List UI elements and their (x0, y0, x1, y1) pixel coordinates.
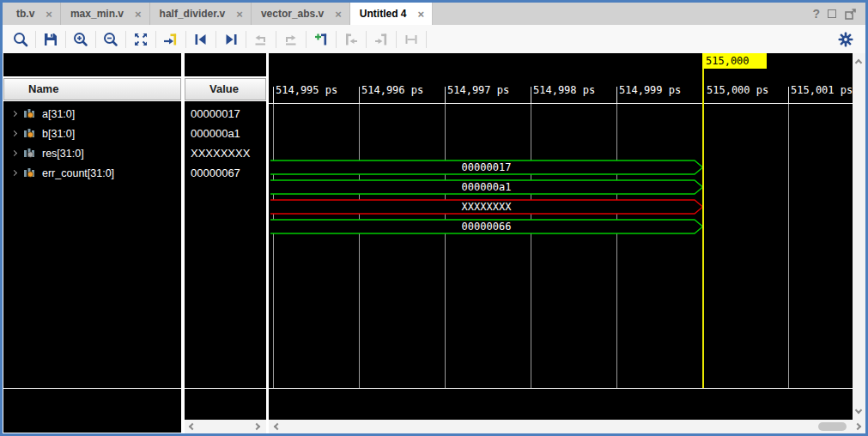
name-column-header[interactable]: Name (3, 78, 181, 100)
expand-chevron-icon[interactable] (11, 170, 17, 176)
bus-value-label: 000000a1 (270, 181, 702, 193)
signal-list-end-line (3, 388, 181, 389)
add-marker-button[interactable] (308, 28, 334, 51)
signal-name: b[31:0] (42, 128, 75, 140)
signal-name: a[31:0] (42, 108, 75, 120)
save-waveform-button[interactable] (38, 28, 64, 51)
bus-value-label: 00000066 (270, 221, 702, 233)
name-column-top-strip (3, 53, 181, 76)
tab-bar: tb.v × max_min.v × half_divider.v × vect… (3, 3, 865, 25)
name-header-label: Name (28, 82, 58, 95)
waveform-end-line (269, 388, 853, 389)
toolbar-separator (215, 31, 216, 48)
value-row[interactable]: XXXXXXXX (185, 143, 266, 163)
ruler-tick (273, 87, 274, 103)
waveform-toolbar (3, 25, 865, 53)
previous-transition-button[interactable] (188, 28, 214, 51)
signal-row-err-count[interactable]: err_count[31:0] (3, 163, 181, 183)
value-list-end-line (185, 388, 266, 389)
close-icon[interactable]: × (135, 9, 142, 20)
signal-name: res[31:0] (42, 148, 84, 160)
go-to-time-cursor-button[interactable] (158, 28, 184, 51)
zoom-fit-button[interactable] (128, 28, 154, 51)
time-cursor-label[interactable]: 515,000 ps (702, 53, 767, 69)
next-marker-button-disabled (368, 28, 394, 51)
ruler-tick (616, 87, 617, 103)
bus-signal-icon (23, 128, 37, 139)
signal-value: XXXXXXXX (191, 143, 250, 163)
toolbar-separator (125, 31, 126, 48)
expand-chevron-icon[interactable] (11, 130, 17, 136)
ruler-baseline (269, 103, 853, 104)
scroll-right-icon[interactable] (854, 423, 861, 430)
ruler-tick-label: 514,996 ps (361, 84, 423, 96)
ruler-tick (788, 87, 789, 103)
gridline (788, 104, 789, 388)
zoom-in-button[interactable] (68, 28, 94, 51)
gridline (616, 104, 617, 388)
value-row[interactable]: 00000067 (185, 163, 266, 183)
bus-signal-icon-undefined (23, 148, 37, 159)
ruler-tick-label: 514,998 ps (533, 84, 595, 96)
maximize-icon[interactable] (828, 9, 836, 18)
ruler-tick-label: 514,997 ps (447, 84, 509, 96)
toolbar-separator (426, 31, 427, 48)
toolbar-separator (185, 31, 186, 48)
scrollbar-corner[interactable] (853, 420, 865, 433)
waveform-vscrollbar[interactable] (853, 53, 865, 420)
value-column-hscrollbar[interactable] (185, 420, 266, 433)
tab-vector-abs-v[interactable]: vector_abs.v × (252, 3, 350, 25)
signal-name: err_count[31:0] (42, 167, 114, 179)
gridline (273, 104, 274, 388)
tab-label: half_divider.v (160, 8, 226, 20)
bus-signal-icon (23, 167, 37, 179)
close-icon[interactable]: × (46, 9, 52, 20)
scroll-left-icon[interactable] (189, 423, 196, 430)
float-window-icon[interactable] (844, 8, 857, 21)
tab-tb-v[interactable]: tb.v × (7, 3, 61, 25)
signal-row-res[interactable]: res[31:0] (3, 143, 181, 163)
toolbar-separator (336, 31, 337, 48)
toolbar-separator (95, 31, 96, 48)
gridline (359, 104, 360, 388)
ruler-tick-label: 514,999 ps (619, 84, 681, 96)
swap-markers-button-disabled (398, 28, 424, 51)
signal-value: 00000067 (191, 163, 240, 183)
waveform-canvas[interactable]: 514,995 ps 514,996 ps 514,997 ps 514,998… (269, 53, 853, 420)
hscrollbar-thumb[interactable] (818, 422, 847, 431)
tab-max-min-v[interactable]: max_min.v × (61, 3, 150, 25)
signal-row-b[interactable]: b[31:0] (3, 124, 181, 143)
close-icon[interactable]: × (236, 9, 243, 20)
ruler-tick-label: 515,000 ps (707, 84, 768, 96)
bus-value-label: XXXXXXXX (270, 201, 702, 213)
help-icon[interactable]: ? (812, 7, 820, 21)
waveform-hscrollbar[interactable] (269, 420, 853, 433)
scroll-up-icon[interactable] (855, 59, 862, 66)
scroll-left-icon[interactable] (274, 423, 281, 430)
scroll-down-icon[interactable] (855, 407, 862, 414)
tab-untitled-4[interactable]: Untitled 4 × (350, 3, 433, 25)
settings-gear-button[interactable] (833, 28, 859, 51)
expand-chevron-icon[interactable] (11, 111, 17, 117)
zoom-out-button[interactable] (98, 28, 124, 51)
tab-half-divider-v[interactable]: half_divider.v × (150, 3, 252, 25)
close-icon[interactable]: × (418, 9, 425, 20)
time-cursor-line[interactable] (702, 69, 704, 388)
ruler-tick-label: 514,995 ps (276, 84, 337, 96)
value-column-top-strip (185, 53, 266, 76)
expand-chevron-icon[interactable] (11, 150, 17, 156)
scroll-right-icon[interactable] (253, 423, 260, 430)
toolbar-separator (35, 31, 36, 48)
toolbar-separator (276, 31, 276, 48)
next-transition-button[interactable] (218, 28, 244, 51)
ruler-tick-label: 515,001 ps (791, 84, 853, 96)
toolbar-separator (396, 31, 397, 48)
close-icon[interactable]: × (335, 9, 342, 20)
find-button[interactable] (8, 28, 33, 51)
signal-row-a[interactable]: a[31:0] (3, 104, 181, 124)
value-row[interactable]: 000000a1 (185, 124, 266, 143)
signal-value: 000000a1 (191, 124, 240, 143)
ruler-tick (531, 87, 531, 103)
value-row[interactable]: 00000017 (185, 104, 266, 124)
value-column-header[interactable]: Value (185, 78, 266, 100)
